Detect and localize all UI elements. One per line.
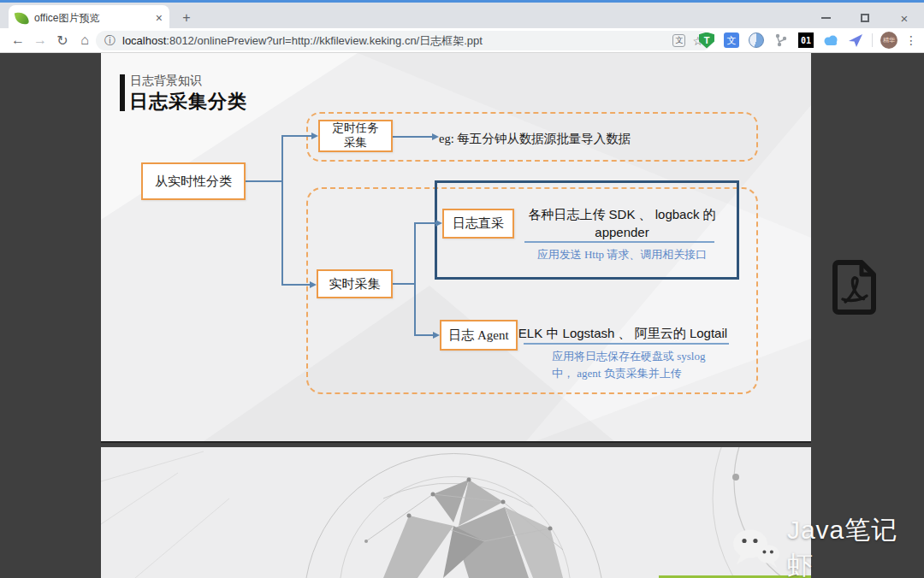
profile-avatar[interactable]: 精华 (880, 32, 897, 49)
minimize-button[interactable] (806, 5, 845, 31)
slide-1: 日志背景知识 日志采集分类 从实时性分类 定时任务采集 (101, 53, 811, 443)
watermark: Java笔记虾 (732, 513, 924, 578)
node-realtime: 实时采集 (317, 269, 393, 298)
browser-menu-icon[interactable]: ⋮ (905, 33, 917, 47)
node-scheduled: 定时任务采集 (318, 120, 393, 152)
scheduled-note: eg: 每五分钟从数据源批量导入数据 (439, 131, 631, 147)
slide-title: 日志采集分类 (129, 89, 247, 115)
extension-bird-button[interactable] (847, 32, 864, 49)
extension-cloud-button[interactable] (822, 32, 839, 49)
agent-heading: ELK 中 Logstash 、 阿里云的 Logtail (503, 324, 743, 342)
watermark-text: Java笔记虾 (787, 513, 924, 578)
node-root: 从实时性分类 (141, 162, 246, 200)
pdf-file-icon (828, 257, 881, 318)
arrow-icon (435, 220, 442, 227)
connector-line (393, 136, 432, 138)
back-button[interactable]: ← (7, 28, 29, 52)
minimize-icon (821, 17, 831, 19)
connector-line (281, 135, 312, 137)
close-icon: × (901, 12, 909, 25)
extension-shield-button[interactable]: T (698, 32, 715, 49)
maximize-icon (861, 14, 869, 22)
connector-line (414, 334, 434, 336)
connector-line (393, 283, 415, 285)
extension-01-button[interactable]: 01 (797, 32, 814, 49)
agent-heading-underline (524, 343, 729, 345)
node-scheduled-label: 定时任务采集 (333, 121, 379, 150)
url-path: :8012/onlinePreview?url=http://kkfilevie… (166, 34, 483, 47)
direct-heading: 各种日志上传 SDK 、 logback 的appender (501, 205, 743, 241)
page-info-icon[interactable]: ⓘ (104, 33, 116, 49)
address-bar[interactable]: ⓘ localhost:8012/onlinePreview?url=http:… (96, 31, 712, 50)
tab-close-icon[interactable]: × (156, 12, 163, 24)
pdf-preview-button[interactable] (828, 257, 881, 318)
direct-heading-underline (524, 241, 714, 243)
arrow-icon (311, 133, 318, 139)
arrow-icon (310, 281, 317, 288)
preview-canvas: 日志背景知识 日志采集分类 从实时性分类 定时任务采集 (0, 53, 924, 578)
shield-icon: T (699, 32, 714, 49)
translate-icon: 文 (724, 32, 739, 48)
bird-icon (847, 32, 864, 49)
01-badge-icon: 01 (798, 32, 814, 48)
arrow-icon (433, 332, 440, 339)
connector-line (246, 180, 282, 182)
toolbar-separator (872, 33, 873, 47)
tab-bar: office图片预览 × + × (0, 0, 924, 28)
circle-icon (749, 32, 764, 48)
extensions-row: T 文 01 精华 ⋮ (698, 28, 917, 52)
wechat-icon (732, 528, 780, 569)
cloud-icon (822, 33, 839, 47)
extension-downloader-button[interactable] (748, 32, 765, 49)
agent-note: 应用将日志保存在硬盘或 syslog中， agent 负责采集并上传 (552, 348, 732, 382)
reload-button[interactable]: ↻ (51, 28, 74, 52)
home-button[interactable]: ⌂ (74, 28, 96, 52)
browser-tab[interactable]: office图片预览 × (9, 5, 169, 31)
browser-toolbar: ← → ↻ ⌂ ⓘ localhost:8012/onlinePreview?u… (0, 28, 924, 53)
leaf-favicon-icon (15, 10, 29, 25)
close-button[interactable]: × (885, 5, 924, 31)
extension-tree-button[interactable] (773, 32, 790, 49)
tab-title: office图片预览 (34, 11, 150, 26)
url-host: localhost (122, 34, 166, 47)
url-text: localhost:8012/onlinePreview?url=http://… (122, 33, 666, 49)
title-accent-bar (120, 74, 125, 111)
arrow-icon (432, 133, 439, 140)
direct-note: 应用发送 Http 请求、调用相关接口 (501, 246, 743, 263)
connector-line (281, 135, 283, 286)
connector-line (414, 222, 436, 224)
tree-icon (773, 32, 789, 48)
forward-button[interactable]: → (29, 28, 51, 52)
new-tab-button[interactable]: + (176, 9, 197, 27)
translate-page-icon[interactable]: 文 (672, 34, 685, 47)
slide-2 (101, 447, 811, 578)
browser-window: office图片预览 × + × ← → ↻ ⌂ ⓘ localhost:801… (0, 0, 924, 578)
connector-line (414, 222, 416, 336)
extension-translate-button[interactable]: 文 (723, 32, 740, 49)
wireframe-globe-graphic (101, 447, 811, 578)
maximize-button[interactable] (845, 5, 885, 31)
slide-eyebrow: 日志背景知识 (130, 74, 202, 89)
window-controls: × (806, 5, 924, 31)
connector-line (281, 284, 310, 286)
